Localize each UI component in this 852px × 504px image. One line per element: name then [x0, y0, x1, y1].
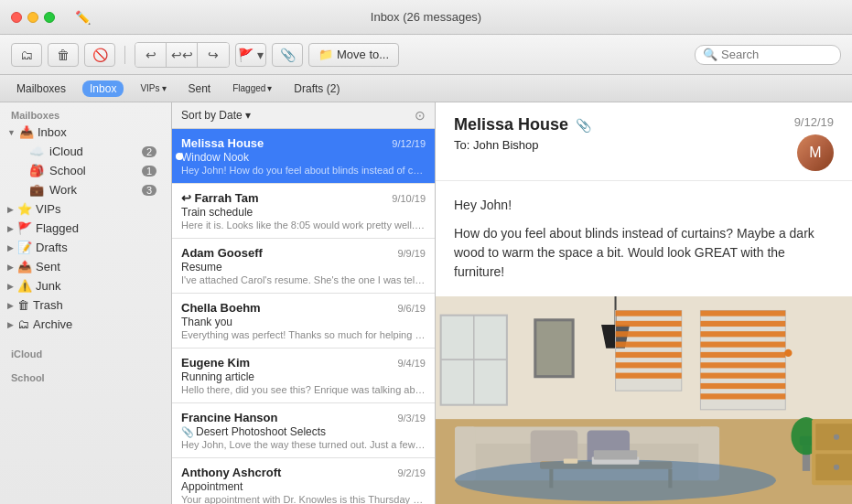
- email-preview: Hello there, did you see this? Enrique w…: [181, 384, 426, 395]
- work-inbox-icon: 💼: [29, 183, 44, 197]
- email-item[interactable]: Francine Hanson 9/3/19 📎Desert Photoshoo…: [172, 403, 435, 458]
- trash-group[interactable]: ▶ 🗑 Trash: [0, 295, 171, 315]
- icloud-badge: 2: [142, 146, 156, 157]
- email-subject: Resume: [181, 261, 426, 273]
- svg-rect-16: [700, 383, 785, 389]
- svg-rect-24: [616, 352, 682, 358]
- email-date: 9/3/19: [397, 413, 426, 424]
- close-button[interactable]: [11, 12, 22, 23]
- drafts-button[interactable]: Drafts (2): [288, 80, 345, 97]
- email-date: 9/6/19: [397, 303, 426, 314]
- flag-sidebar-icon: 🚩: [17, 221, 32, 235]
- sort-button[interactable]: Sort by Date ▾: [181, 109, 251, 122]
- svg-rect-14: [700, 362, 785, 368]
- toolbar-separator: [124, 46, 125, 64]
- email-item[interactable]: ↩ Farrah Tam 9/10/19 Train schedule Here…: [172, 184, 435, 239]
- vips-group[interactable]: ▶ ⭐ VIPs: [0, 199, 171, 219]
- attachment-button[interactable]: 📎: [272, 43, 303, 67]
- archive-button[interactable]: 🗂: [11, 43, 42, 67]
- email-subject: Window Nook: [181, 151, 426, 164]
- email-sender: Adam Gooseff: [181, 246, 263, 260]
- email-preview: Here it is. Looks like the 8:05 would wo…: [181, 220, 426, 231]
- sent-group[interactable]: ▶ 📤 Sent: [0, 257, 171, 276]
- school-label: School: [49, 164, 136, 177]
- email-subject: Thank you: [181, 316, 426, 328]
- sidebar-item-work[interactable]: 💼 Work 3: [4, 180, 167, 199]
- filter-icon[interactable]: ⊙: [415, 108, 426, 123]
- sent-button[interactable]: Sent: [183, 80, 217, 97]
- svg-rect-13: [700, 352, 785, 358]
- secondary-bar: Mailboxes Inbox VIPs ▾ Sent Flagged ▾ Dr…: [0, 75, 852, 102]
- vips-label: VIPs: [36, 202, 60, 216]
- reply-buttons: ↩ ↩↩ ↪: [135, 42, 230, 68]
- vips-button[interactable]: VIPs ▾: [135, 81, 171, 95]
- svg-rect-17: [700, 393, 785, 399]
- moveto-icon: 📁: [318, 48, 333, 61]
- email-item[interactable]: Eugene Kim 9/4/19 Running article Hello …: [172, 349, 435, 403]
- svg-rect-23: [616, 342, 682, 348]
- sidebar-item-icloud[interactable]: ☁️ iCloud 2: [4, 142, 167, 161]
- reply-all-button[interactable]: ↩↩: [167, 43, 198, 67]
- mailboxes-button[interactable]: Mailboxes: [11, 80, 71, 97]
- inbox-tab[interactable]: Inbox: [82, 80, 124, 97]
- titlebar-icons: ✏️: [70, 7, 95, 27]
- email-sender: Anthony Ashcroft: [181, 466, 281, 479]
- drafts-sidebar-icon: 📝: [17, 241, 32, 254]
- delete-button[interactable]: 🗑: [48, 43, 79, 67]
- email-list-header: Sort by Date ▾ ⊙: [172, 102, 435, 129]
- svg-rect-11: [700, 331, 785, 337]
- svg-rect-12: [700, 342, 785, 348]
- compose-icon[interactable]: ✏️: [70, 7, 95, 27]
- junk-sidebar-icon: ⚠️: [17, 279, 32, 293]
- email-item[interactable]: Anthony Ashcroft 9/2/19 Appointment Your…: [172, 458, 435, 504]
- school-section-label: School: [0, 365, 171, 385]
- email-item[interactable]: Melissa House 9/12/19 Window Nook Hey Jo…: [172, 129, 435, 184]
- moveto-button[interactable]: 📁 Move to...: [308, 43, 399, 67]
- email-item-header: Anthony Ashcroft 9/2/19: [181, 466, 426, 479]
- email-item-header: Eugene Kim 9/4/19: [181, 356, 426, 370]
- search-input[interactable]: [721, 48, 833, 61]
- sidebar-item-school[interactable]: 🎒 School 1: [4, 161, 167, 180]
- inbox-group[interactable]: ▼ 📥 Inbox: [0, 123, 171, 142]
- drafts-label: Drafts: [36, 241, 68, 254]
- email-subject: Appointment: [181, 480, 426, 493]
- mailboxes-section-label: Mailboxes: [0, 102, 171, 123]
- minimize-button[interactable]: [27, 12, 38, 23]
- main-content: Mailboxes ▼ 📥 Inbox ☁️ iCloud 2 🎒 School…: [0, 102, 852, 504]
- titlebar: ✏️ Inbox (26 messages): [0, 0, 852, 35]
- email-preview: Hey John! How do you feel about blinds i…: [181, 165, 426, 176]
- toolbar: 🗂 🗑 🚫 ↩ ↩↩ ↪ 🚩 ▾ 📎 📁 Move to... 🔍: [0, 35, 852, 75]
- search-field[interactable]: 🔍: [695, 45, 841, 65]
- email-sender: Francine Hanson: [181, 411, 277, 424]
- window-title: Inbox (26 messages): [371, 10, 481, 24]
- svg-rect-28: [455, 426, 719, 444]
- body-greeting: Hey John!: [454, 196, 834, 215]
- inbox-icon: 📥: [19, 125, 34, 139]
- email-sender: Eugene Kim: [181, 356, 250, 370]
- junk-button[interactable]: 🚫: [84, 43, 115, 67]
- svg-rect-31: [531, 431, 578, 464]
- trash-sidebar-icon: 🗑: [17, 298, 29, 312]
- detail-title: Melissa House: [454, 115, 568, 134]
- reply-button[interactable]: ↩: [135, 43, 167, 67]
- junk-group[interactable]: ▶ ⚠️ Junk: [0, 276, 171, 295]
- archive-group[interactable]: ▶ 🗂 Archive: [0, 315, 171, 334]
- svg-point-44: [834, 465, 839, 470]
- email-item-header: ↩ Farrah Tam 9/10/19: [181, 191, 426, 205]
- icloud-section-label: iCloud: [0, 341, 171, 361]
- email-item[interactable]: Adam Gooseff 9/9/19 Resume I've attached…: [172, 239, 435, 294]
- drafts-group[interactable]: ▶ 📝 Drafts: [0, 238, 171, 257]
- forward-button[interactable]: ↪: [198, 43, 229, 67]
- svg-rect-25: [616, 362, 682, 368]
- svg-rect-26: [616, 373, 682, 379]
- flag-button[interactable]: 🚩 ▾: [235, 43, 266, 67]
- detail-to: To: John Bishop: [454, 138, 591, 152]
- email-item[interactable]: Chella Boehm 9/6/19 Thank you Everything…: [172, 294, 435, 349]
- collapse-icon: ▼: [7, 128, 16, 137]
- detail-header-row: Melissa House 📎 To: John Bishop 9/12/19 …: [454, 115, 834, 171]
- sent-sidebar-icon: 📤: [17, 260, 32, 273]
- search-icon: 🔍: [703, 48, 717, 61]
- flagged-button[interactable]: Flagged ▾: [227, 81, 277, 95]
- flagged-group[interactable]: ▶ 🚩 Flagged: [0, 219, 171, 238]
- maximize-button[interactable]: [44, 12, 55, 23]
